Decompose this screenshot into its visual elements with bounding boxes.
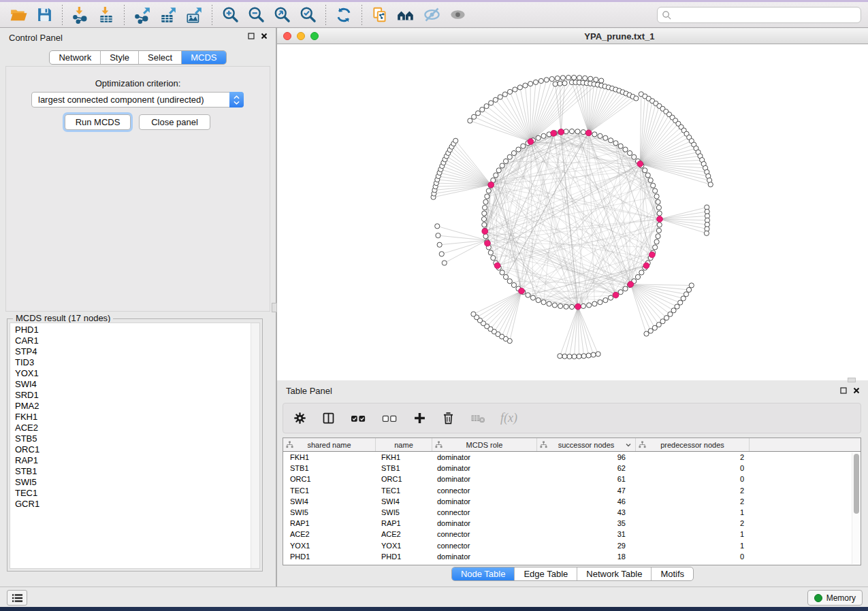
tab-network-table[interactable]: Network Table bbox=[577, 567, 652, 580]
import-table-icon bbox=[97, 6, 115, 24]
mcds-result-list[interactable]: PHD1CAR1STP4TID3YOX1SWI4SRD1PMA2FKH1ACE2… bbox=[10, 323, 260, 569]
delete-table-button table-delete-icon[interactable] bbox=[470, 411, 486, 425]
node-table-body: FKH1FKH1dominator962STB1STB1dominator620… bbox=[283, 452, 861, 562]
task-history-button[interactable] bbox=[7, 590, 27, 606]
mcds-result-item[interactable]: STP4 bbox=[10, 346, 259, 357]
mcds-result-item[interactable]: STB5 bbox=[10, 433, 259, 444]
hide-selected-button[interactable] bbox=[420, 4, 443, 26]
select-all-columns-button checked-boxes-icon[interactable] bbox=[350, 411, 367, 425]
export-network-button[interactable] bbox=[131, 4, 154, 26]
window-maximize-button[interactable] bbox=[310, 32, 319, 40]
mcds-list-scrollbar[interactable] bbox=[251, 323, 259, 568]
search-input[interactable] bbox=[674, 8, 856, 22]
cell-MCDS-role: connector bbox=[432, 485, 537, 496]
mcds-result-item[interactable]: FKH1 bbox=[10, 412, 259, 423]
column-header-shared-name[interactable]: shared name bbox=[283, 438, 376, 451]
table-tabs: Node TableEdge TableNetwork TableMotifs bbox=[451, 567, 694, 581]
duplicate-network-button[interactable] bbox=[368, 4, 391, 26]
delete-column-button trash-icon[interactable] bbox=[441, 411, 455, 425]
create-column-button plus-icon[interactable] bbox=[413, 411, 427, 425]
mcds-result-item[interactable]: SWI5 bbox=[10, 477, 259, 488]
mcds-result-item[interactable]: RAP1 bbox=[10, 455, 259, 466]
tab-style[interactable]: Style bbox=[101, 51, 139, 64]
float-panel-button[interactable] bbox=[840, 387, 847, 394]
mcds-result-item[interactable]: YOX1 bbox=[10, 368, 259, 379]
save-session-button[interactable] bbox=[33, 4, 56, 26]
mcds-result-item[interactable]: STB1 bbox=[10, 466, 259, 477]
tab-edge-table[interactable]: Edge Table bbox=[515, 567, 577, 580]
table-row[interactable]: FKH1FKH1dominator962 bbox=[283, 452, 861, 463]
table-row[interactable]: SWI4SWI4dominator462 bbox=[283, 496, 861, 507]
table-panel-header: Table Panel bbox=[277, 386, 868, 398]
table-row[interactable]: TEC1TEC1connector472 bbox=[283, 485, 861, 496]
close-panel-button[interactable] bbox=[261, 33, 268, 39]
column-header-predecessor-nodes[interactable]: predecessor nodes bbox=[636, 438, 750, 451]
cell-successor-nodes: 18 bbox=[537, 551, 636, 562]
mcds-result-item[interactable]: ORC1 bbox=[10, 444, 259, 455]
zoom-in-button[interactable] bbox=[219, 4, 242, 26]
zoom-fit-button[interactable] bbox=[270, 4, 293, 26]
table-scrollbar[interactable] bbox=[852, 452, 860, 564]
tab-mcds[interactable]: MCDS bbox=[182, 51, 225, 64]
first-neighbors-button[interactable] bbox=[394, 4, 417, 26]
table-settings-button gear-icon[interactable] bbox=[293, 411, 307, 425]
show-all-button[interactable] bbox=[446, 4, 469, 26]
column-header-name[interactable]: name bbox=[376, 438, 432, 451]
mcds-result-item[interactable]: CAR1 bbox=[10, 335, 259, 346]
network-canvas[interactable] bbox=[277, 44, 868, 380]
table-row[interactable]: ORC1ORC1dominator610 bbox=[283, 474, 861, 484]
cell-successor-nodes: 62 bbox=[537, 463, 636, 474]
mcds-result-item[interactable]: SWI4 bbox=[10, 379, 259, 390]
run-mcds-button[interactable]: Run MCDS bbox=[65, 114, 131, 130]
show-columns-button columns-icon[interactable] bbox=[321, 411, 336, 425]
tab-select[interactable]: Select bbox=[139, 51, 182, 64]
network-window-titlebar[interactable]: YPA_prune.txt_1 bbox=[277, 29, 868, 44]
cell-name: STB1 bbox=[376, 463, 432, 474]
cell-shared-name: SWI4 bbox=[283, 496, 376, 507]
cell-successor-nodes: 31 bbox=[537, 529, 636, 540]
close-panel-action-button[interactable]: Close panel bbox=[139, 114, 210, 130]
mcds-result-item[interactable]: ACE2 bbox=[10, 423, 259, 433]
vertical-splitter-handle[interactable] bbox=[272, 303, 277, 312]
cell-successor-nodes: 46 bbox=[537, 496, 636, 507]
export-table-button[interactable] bbox=[157, 4, 180, 26]
import-network-button[interactable] bbox=[69, 4, 92, 26]
refresh-button[interactable] bbox=[332, 4, 355, 26]
zoom-out-button[interactable] bbox=[244, 4, 268, 26]
table-row[interactable]: PHD1PHD1dominator180 bbox=[283, 551, 861, 562]
mcds-result-item[interactable]: GCR1 bbox=[10, 499, 259, 510]
table-row[interactable]: ACE2ACE2connector311 bbox=[283, 529, 861, 540]
search-field[interactable] bbox=[657, 7, 861, 23]
horizontal-splitter-handle[interactable] bbox=[848, 378, 856, 382]
function-builder-button fx-icon[interactable]: f(x) bbox=[500, 411, 517, 425]
mcds-result-item[interactable]: TEC1 bbox=[10, 488, 259, 499]
float-panel-button[interactable] bbox=[248, 33, 255, 39]
criterion-dropdown[interactable]: largest connected component (undirected) bbox=[31, 92, 244, 108]
table-row[interactable]: RAP1RAP1dominator352 bbox=[283, 518, 861, 529]
cell-successor-nodes: 43 bbox=[537, 507, 636, 518]
table-row[interactable]: YOX1YOX1connector291 bbox=[283, 540, 861, 551]
zoom-selected-button[interactable] bbox=[296, 4, 319, 26]
mcds-result-item[interactable]: TID3 bbox=[10, 357, 259, 368]
column-header-successor-nodes[interactable]: successor nodes bbox=[537, 438, 636, 451]
cell-predecessor-nodes: 2 bbox=[636, 452, 750, 463]
table-row[interactable]: STB1STB1dominator620 bbox=[283, 463, 861, 474]
open-file-button[interactable] bbox=[7, 4, 30, 26]
mcds-result-item[interactable]: SRD1 bbox=[10, 390, 259, 401]
memory-button[interactable]: Memory bbox=[807, 590, 863, 606]
column-header-MCDS-role[interactable]: MCDS role bbox=[432, 438, 537, 451]
import-table-button[interactable] bbox=[95, 4, 118, 26]
deselect-all-columns-button unchecked-boxes-icon[interactable] bbox=[381, 411, 398, 425]
table-row[interactable]: SWI5SWI5connector431 bbox=[283, 507, 861, 518]
tab-network[interactable]: Network bbox=[50, 51, 101, 64]
close-panel-button[interactable] bbox=[853, 387, 860, 394]
tab-motifs[interactable]: Motifs bbox=[652, 567, 693, 580]
table-scrollbar-thumb[interactable] bbox=[854, 454, 859, 514]
mcds-result-item[interactable]: PMA2 bbox=[10, 401, 259, 412]
tab-node-table[interactable]: Node Table bbox=[452, 567, 515, 580]
network-window-title: YPA_prune.txt_1 bbox=[584, 31, 654, 42]
window-close-button[interactable] bbox=[283, 32, 291, 40]
mcds-result-item[interactable]: PHD1 bbox=[10, 325, 259, 335]
window-minimize-button[interactable] bbox=[297, 32, 305, 40]
export-image-button[interactable] bbox=[182, 4, 206, 26]
